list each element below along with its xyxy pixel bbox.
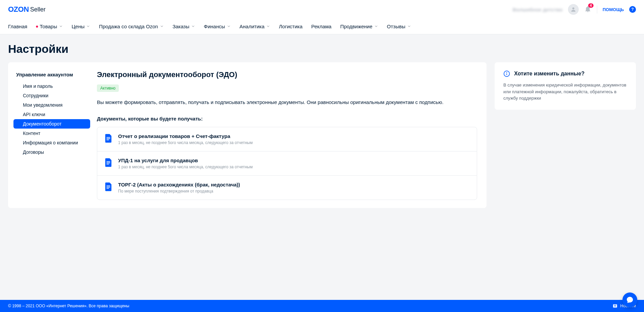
svg-rect-1 xyxy=(107,137,110,138)
sidebar-item-4[interactable]: Документооборот xyxy=(13,119,90,129)
chevron-down-icon xyxy=(407,24,411,29)
layout: Управление аккаунтом Имя и парольСотрудн… xyxy=(8,62,636,208)
nav-item-7[interactable]: Логистика xyxy=(279,19,302,34)
nav-item-6[interactable]: Аналитика xyxy=(240,19,270,34)
svg-rect-4 xyxy=(107,161,110,162)
sidebar-item-5[interactable]: Контент xyxy=(13,129,90,138)
chevron-down-icon xyxy=(374,24,378,29)
notification-badge: 4 xyxy=(588,3,594,8)
sidebar-item-0[interactable]: Имя и пароль xyxy=(13,81,90,91)
content: Электронный документооборот (ЭДО) Активн… xyxy=(93,70,487,200)
user-icon xyxy=(570,6,576,12)
nav-dot-icon xyxy=(36,26,38,28)
svg-rect-9 xyxy=(107,188,109,188)
header: OZON Seller Волшебное детство 4 помощь ?… xyxy=(0,0,644,34)
nav-item-label: Логистика xyxy=(279,24,302,29)
side-header: Хотите изменить данные? xyxy=(503,70,627,77)
nav-item-10[interactable]: Отзывы xyxy=(387,19,411,34)
nav-item-2[interactable]: Цены xyxy=(72,19,91,34)
header-top: OZON Seller Волшебное детство 4 помощь ? xyxy=(0,0,644,19)
chevron-down-icon xyxy=(59,24,63,29)
doc-text: УПД-1 на услуги для продавцов 1 раз в ме… xyxy=(118,158,469,169)
doc-title: Отчет о реализации товаров + Счет-фактур… xyxy=(118,133,469,139)
sidebar: Управление аккаунтом Имя и парольСотрудн… xyxy=(8,70,93,200)
help-link[interactable]: помощь xyxy=(603,7,624,12)
nav-item-label: Цены xyxy=(72,24,85,29)
header-right: Волшебное детство 4 помощь ? xyxy=(513,4,636,15)
doc-list: Отчет о реализации товаров + Счет-фактур… xyxy=(97,127,477,200)
page-title: Настройки xyxy=(8,42,636,56)
avatar[interactable] xyxy=(568,4,579,15)
nav-item-4[interactable]: Заказы xyxy=(173,19,195,34)
nav-item-0[interactable]: Главная xyxy=(8,19,27,34)
side-title: Хотите изменить данные? xyxy=(514,71,584,77)
document-icon xyxy=(105,182,112,191)
content-title: Электронный документооборот (ЭДО) xyxy=(97,70,477,79)
svg-rect-2 xyxy=(107,138,110,139)
doc-item-1[interactable]: УПД-1 на услуги для продавцов 1 раз в ме… xyxy=(97,151,477,176)
chevron-down-icon xyxy=(266,24,270,29)
document-icon xyxy=(105,158,112,167)
description: Вы можете формировать, отправлять, получ… xyxy=(97,99,477,106)
nav-item-5[interactable]: Финансы xyxy=(204,19,231,34)
nav-item-label: Продажа со склада Ozon xyxy=(99,24,158,29)
help-icon[interactable]: ? xyxy=(629,6,636,13)
section-title: Документы, которые вы будете получать: xyxy=(97,116,477,122)
logo-ozon: OZON xyxy=(8,5,29,14)
side-desc: В случае изменения юридической информаци… xyxy=(503,82,627,102)
info-icon xyxy=(503,70,510,77)
main-card: Управление аккаунтом Имя и парольСотрудн… xyxy=(8,62,487,208)
doc-title: УПД-1 на услуги для продавцов xyxy=(118,158,469,163)
svg-rect-6 xyxy=(107,164,109,164)
sidebar-item-6[interactable]: Информация о компании xyxy=(13,138,90,147)
nav-item-8[interactable]: Реклама xyxy=(311,19,331,34)
nav-item-9[interactable]: Продвижение xyxy=(340,19,378,34)
nav-item-label: Реклама xyxy=(311,24,331,29)
nav-item-label: Финансы xyxy=(204,24,225,29)
nav-item-label: Аналитика xyxy=(240,24,264,29)
doc-text: ТОРГ-2 (Акты о расхождениях (брак, недос… xyxy=(118,182,469,194)
sidebar-title: Управление аккаунтом xyxy=(8,70,93,81)
svg-point-0 xyxy=(572,7,574,9)
status-badge: Активно xyxy=(97,84,119,92)
notifications[interactable]: 4 xyxy=(584,5,592,14)
doc-sub: 1 раз в месяц, не позднее 5ого числа мес… xyxy=(118,165,469,169)
svg-rect-8 xyxy=(107,187,110,187)
container: Настройки Управление аккаунтом Имя и пар… xyxy=(0,34,644,216)
svg-rect-5 xyxy=(107,163,110,163)
nav-item-label: Главная xyxy=(8,24,27,29)
sidebar-item-3[interactable]: API ключи xyxy=(13,110,90,119)
nav: ГлавнаяТоварыЦеныПродажа со склада OzonЗ… xyxy=(0,19,644,34)
user-name[interactable]: Волшебное детство xyxy=(513,7,563,12)
doc-item-2[interactable]: ТОРГ-2 (Акты о расхождениях (брак, недос… xyxy=(97,176,477,200)
doc-title: ТОРГ-2 (Акты о расхождениях (брак, недос… xyxy=(118,182,469,187)
svg-rect-7 xyxy=(107,185,110,186)
nav-item-3[interactable]: Продажа со склада Ozon xyxy=(99,19,164,34)
svg-rect-3 xyxy=(107,139,109,140)
chevron-down-icon xyxy=(191,24,195,29)
nav-item-label: Продвижение xyxy=(340,24,372,29)
doc-item-0[interactable]: Отчет о реализации товаров + Счет-фактур… xyxy=(97,127,477,151)
doc-sub: По мере поступления подтверждения от про… xyxy=(118,189,469,194)
nav-item-label: Товары xyxy=(40,24,57,29)
chevron-down-icon xyxy=(227,24,231,29)
nav-item-label: Заказы xyxy=(173,24,189,29)
logo-seller: Seller xyxy=(30,6,46,13)
sidebar-item-7[interactable]: Договоры xyxy=(13,147,90,157)
chevron-down-icon xyxy=(160,24,164,29)
doc-text: Отчет о реализации товаров + Счет-фактур… xyxy=(118,133,469,145)
doc-sub: 1 раз в месяц, не позднее 5ого числа мес… xyxy=(118,140,469,145)
divider xyxy=(597,5,597,13)
sidebar-item-2[interactable]: Мои уведомления xyxy=(13,100,90,110)
document-icon xyxy=(105,134,112,143)
side-card: Хотите изменить данные? В случае изменен… xyxy=(495,62,636,110)
nav-item-label: Отзывы xyxy=(387,24,405,29)
sidebar-item-1[interactable]: Сотрудники xyxy=(13,91,90,100)
logo[interactable]: OZON Seller xyxy=(8,5,46,14)
nav-item-1[interactable]: Товары xyxy=(36,19,63,34)
chevron-down-icon xyxy=(86,24,90,29)
